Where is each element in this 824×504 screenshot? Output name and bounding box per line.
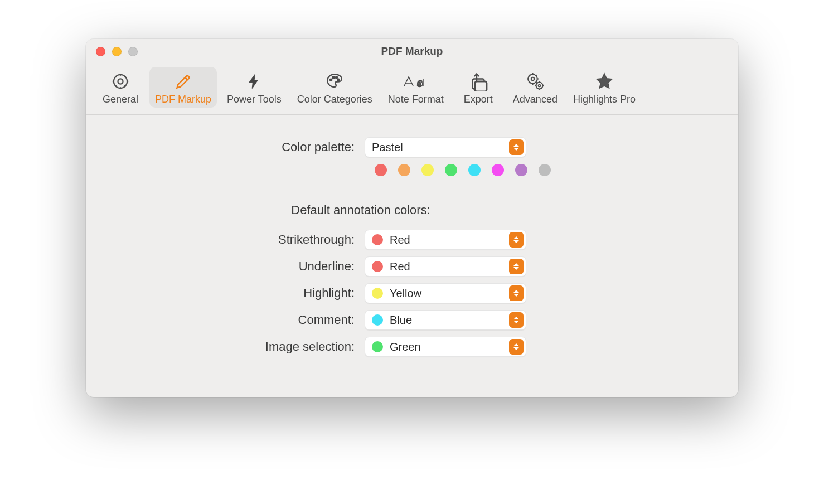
svg-point-2: [330, 79, 332, 81]
tab-note-format[interactable]: a Note Format: [382, 67, 449, 108]
image-selection-select[interactable]: Green: [365, 337, 526, 357]
tab-power-tools[interactable]: Power Tools: [221, 67, 287, 108]
settings-panel: Color palette: Pastel Default annotation…: [86, 115, 738, 397]
tab-label: Export: [464, 94, 493, 105]
chevron-updown-icon: [509, 285, 524, 301]
palette-icon: [323, 70, 346, 93]
svg-point-4: [336, 76, 337, 78]
select-value: Green: [390, 341, 509, 353]
select-value: Pastel: [372, 141, 509, 154]
tab-advanced[interactable]: Advanced: [507, 67, 563, 108]
gears-icon: [524, 70, 546, 93]
tab-label: General: [103, 94, 138, 105]
tab-general[interactable]: General: [96, 67, 145, 108]
color-palette-label: Color palette:: [108, 140, 365, 154]
row-image-selection: Image selection: Green: [108, 337, 716, 357]
tab-label: Highlights Pro: [573, 94, 636, 105]
strikethrough-select[interactable]: Red: [365, 230, 526, 250]
strikethrough-label: Strikethrough:: [108, 232, 365, 247]
select-value: Blue: [390, 314, 509, 327]
palette-swatches: [375, 164, 716, 176]
color-swatch-icon: [372, 314, 383, 326]
highlight-select[interactable]: Yellow: [365, 283, 526, 303]
window-title: PDF Markup: [381, 45, 443, 57]
comment-select[interactable]: Blue: [365, 310, 526, 330]
gear-icon: [111, 70, 130, 93]
row-comment: Comment: Blue: [108, 310, 716, 330]
color-palette-select[interactable]: Pastel: [365, 137, 526, 157]
highlight-label: Highlight:: [108, 286, 365, 301]
tab-export[interactable]: Export: [454, 67, 503, 108]
color-swatch-icon: [372, 261, 383, 272]
select-value: Red: [390, 260, 509, 273]
tab-label: Power Tools: [227, 94, 282, 105]
swatch-orange: [398, 164, 410, 176]
tab-label: Color Categories: [297, 94, 372, 105]
swatch-purple: [515, 164, 527, 176]
window-controls: [96, 47, 138, 56]
svg-point-1: [114, 75, 127, 88]
image-selection-label: Image selection:: [108, 340, 365, 354]
svg-point-3: [333, 76, 335, 78]
chevron-updown-icon: [509, 139, 524, 155]
svg-point-0: [118, 79, 123, 84]
row-underline: Underline: Red: [108, 256, 716, 277]
color-swatch-icon: [372, 341, 383, 352]
pencil-icon: [174, 70, 193, 93]
section-title: Default annotation colors:: [152, 203, 570, 217]
swatch-gray: [539, 164, 551, 176]
svg-rect-8: [475, 81, 487, 91]
tab-label: PDF Markup: [155, 94, 211, 105]
row-strikethrough: Strikethrough: Red: [108, 230, 716, 250]
chevron-updown-icon: [509, 232, 524, 248]
share-icon: [468, 70, 488, 93]
swatch-green: [445, 164, 457, 176]
chevron-updown-icon: [509, 312, 524, 328]
row-highlight: Highlight: Yellow: [108, 283, 716, 303]
row-color-palette: Color palette: Pastel: [108, 137, 716, 157]
svg-point-5: [338, 79, 340, 81]
toolbar: General PDF Markup Power Tools: [86, 64, 738, 115]
zoom-icon[interactable]: [128, 47, 138, 56]
chevron-updown-icon: [509, 339, 524, 355]
chevron-updown-icon: [509, 259, 524, 274]
star-icon: [594, 70, 614, 93]
tab-label: Advanced: [513, 94, 558, 105]
svg-text:a: a: [417, 78, 421, 89]
comment-label: Comment:: [108, 313, 365, 327]
underline-select[interactable]: Red: [365, 256, 526, 277]
close-icon[interactable]: [96, 47, 105, 56]
titlebar: PDF Markup: [86, 39, 738, 64]
tab-highlights-pro[interactable]: Highlights Pro: [568, 67, 641, 108]
select-value: Yellow: [390, 287, 509, 300]
underline-label: Underline:: [108, 259, 365, 274]
tab-label: Note Format: [388, 94, 444, 105]
svg-point-13: [539, 85, 541, 87]
tab-color-categories[interactable]: Color Categories: [292, 67, 378, 108]
swatch-cyan: [468, 164, 481, 176]
swatch-magenta: [492, 164, 504, 176]
tab-pdf-markup[interactable]: PDF Markup: [149, 67, 217, 108]
swatch-yellow: [421, 164, 434, 176]
color-swatch-icon: [372, 234, 383, 245]
select-value: Red: [390, 234, 509, 246]
minimize-icon[interactable]: [112, 47, 122, 56]
preferences-window: PDF Markup General PDF Markup: [86, 39, 738, 397]
typography-icon: a: [402, 70, 430, 93]
svg-point-11: [531, 77, 534, 80]
color-swatch-icon: [372, 288, 383, 299]
bolt-icon: [246, 70, 263, 93]
swatch-red: [375, 164, 387, 176]
